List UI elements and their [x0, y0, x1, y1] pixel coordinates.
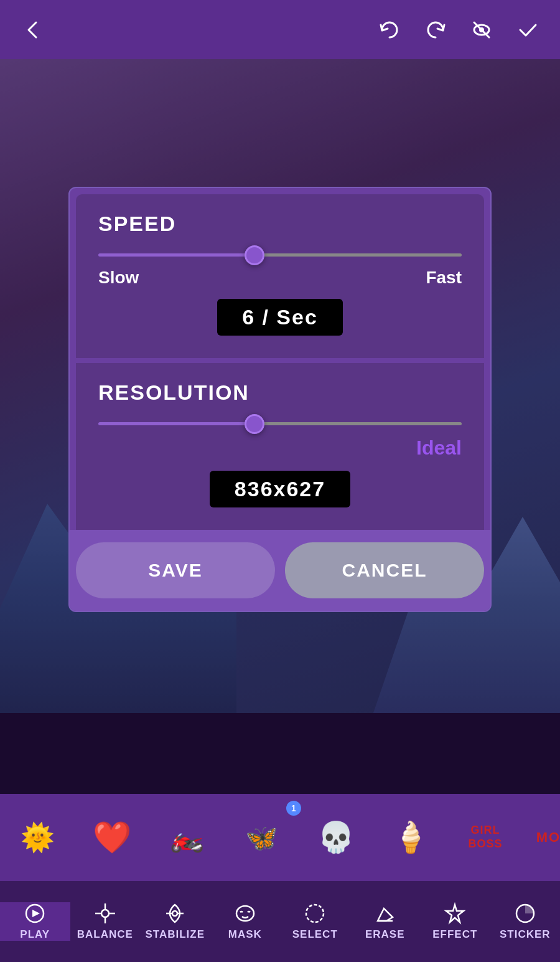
nav-label-balance: BALANCE	[77, 928, 133, 941]
speed-value-box: 6 / Sec	[217, 299, 343, 336]
resolution-value-display: 836x627	[98, 471, 462, 507]
save-button[interactable]: SAVE	[76, 542, 275, 598]
effect-icon	[444, 902, 466, 925]
confirm-button[interactable]	[514, 16, 541, 44]
svg-point-10	[172, 911, 177, 916]
nav-label-mask: MASK	[228, 928, 262, 941]
sticker-strip: 🌞 ❤️ 🏍️ 🦋 1 💀 🍦 GIRLBOSS MOOD	[0, 794, 560, 881]
speed-value-display: 6 / Sec	[98, 299, 462, 336]
nav-item-play[interactable]: PLAY	[0, 902, 70, 941]
sticker-badge: 1	[286, 801, 301, 816]
settings-modal: SPEED Slow Fast 6 / Sec RESOLUTION Ideal	[68, 187, 492, 612]
resolution-value-box: 836x627	[210, 471, 350, 507]
speed-slow-label: Slow	[98, 268, 139, 288]
sticker-icon	[514, 902, 536, 925]
resolution-slider-thumb[interactable]	[245, 414, 264, 434]
speed-title: SPEED	[98, 212, 462, 236]
resolution-section: RESOLUTION Ideal 836x627	[76, 363, 484, 530]
svg-marker-4	[32, 910, 40, 917]
bottom-nav: PLAY BALANCE STABILIZE MASK	[0, 881, 560, 962]
modal-buttons-row: SAVE CANCEL	[70, 530, 490, 611]
stabilize-icon	[164, 902, 186, 925]
sticker-item-girlboss[interactable]: GIRLBOSS	[448, 803, 523, 872]
nav-label-erase: ERASE	[365, 928, 405, 941]
erase-icon	[374, 902, 396, 925]
resolution-title: RESOLUTION	[98, 380, 462, 405]
toolbar	[0, 0, 560, 59]
select-icon	[304, 902, 326, 925]
sticker-item-heart[interactable]: ❤️	[75, 803, 149, 872]
redo-button[interactable]	[422, 16, 449, 44]
nav-label-effect: EFFECT	[432, 928, 477, 941]
speed-value: 6 / Sec	[242, 305, 318, 329]
svg-point-13	[236, 906, 254, 921]
sticker-item-mood[interactable]: MOOD	[523, 803, 560, 872]
speed-slider-container	[98, 253, 462, 257]
speed-slider-labels: Slow Fast	[98, 268, 462, 288]
nav-item-balance[interactable]: BALANCE	[70, 902, 141, 941]
back-button[interactable]	[19, 16, 46, 44]
speed-slider-track[interactable]	[98, 253, 462, 257]
nav-label-select: SELECT	[292, 928, 338, 941]
nav-item-sticker[interactable]: STICKER	[490, 902, 561, 941]
sticker-item-butterfly[interactable]: 🦋 1	[224, 803, 299, 872]
sticker-item-skull[interactable]: 💀	[299, 803, 373, 872]
resolution-value: 836x627	[235, 477, 325, 501]
resolution-slider-track[interactable]	[98, 422, 462, 425]
speed-slider-thumb[interactable]	[245, 245, 264, 265]
svg-point-14	[306, 905, 324, 922]
sticker-item-bike[interactable]: 🏍️	[149, 803, 224, 872]
nav-item-stabilize[interactable]: STABILIZE	[140, 902, 210, 941]
undo-button[interactable]	[376, 16, 403, 44]
sticker-item-sun[interactable]: 🌞	[0, 803, 75, 872]
cancel-button[interactable]: CANCEL	[285, 542, 484, 598]
speed-fast-label: Fast	[426, 268, 462, 288]
nav-item-mask[interactable]: MASK	[210, 902, 281, 941]
play-icon	[24, 902, 46, 925]
speed-section: SPEED Slow Fast 6 / Sec	[76, 194, 484, 358]
balance-icon	[94, 902, 116, 925]
nav-item-effect[interactable]: EFFECT	[420, 902, 490, 941]
nav-item-erase[interactable]: ERASE	[350, 902, 421, 941]
nav-label-stabilize: STABILIZE	[145, 928, 205, 941]
toolbar-right-icons	[376, 16, 541, 44]
nav-label-play: PLAY	[20, 928, 50, 941]
nav-label-sticker: STICKER	[500, 928, 551, 941]
visibility-button[interactable]	[468, 16, 495, 44]
resolution-slider-container	[98, 422, 462, 425]
svg-point-5	[101, 910, 109, 917]
svg-marker-16	[446, 905, 464, 922]
sticker-item-icecream[interactable]: 🍦	[373, 803, 448, 872]
nav-item-select[interactable]: SELECT	[280, 902, 350, 941]
mask-icon	[234, 902, 256, 925]
resolution-quality-label: Ideal	[98, 436, 462, 460]
